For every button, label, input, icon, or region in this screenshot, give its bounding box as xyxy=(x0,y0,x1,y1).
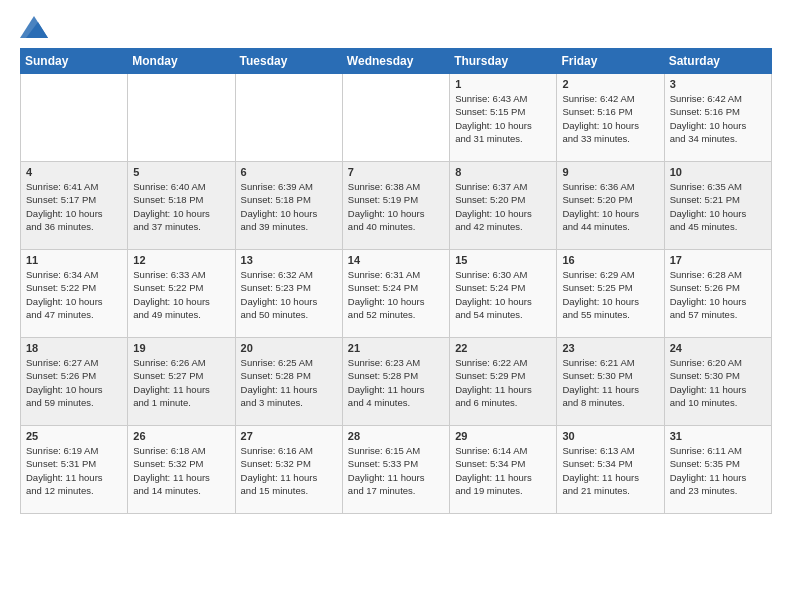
day-info: Sunrise: 6:23 AM Sunset: 5:28 PM Dayligh… xyxy=(348,356,444,409)
calendar-cell: 18Sunrise: 6:27 AM Sunset: 5:26 PM Dayli… xyxy=(21,338,128,426)
day-info: Sunrise: 6:30 AM Sunset: 5:24 PM Dayligh… xyxy=(455,268,551,321)
calendar-week-row: 4Sunrise: 6:41 AM Sunset: 5:17 PM Daylig… xyxy=(21,162,772,250)
day-info: Sunrise: 6:18 AM Sunset: 5:32 PM Dayligh… xyxy=(133,444,229,497)
calendar-cell xyxy=(235,74,342,162)
calendar-cell: 11Sunrise: 6:34 AM Sunset: 5:22 PM Dayli… xyxy=(21,250,128,338)
day-info: Sunrise: 6:14 AM Sunset: 5:34 PM Dayligh… xyxy=(455,444,551,497)
day-number: 25 xyxy=(26,430,122,442)
day-info: Sunrise: 6:27 AM Sunset: 5:26 PM Dayligh… xyxy=(26,356,122,409)
weekday-header: Friday xyxy=(557,49,664,74)
day-number: 19 xyxy=(133,342,229,354)
day-info: Sunrise: 6:43 AM Sunset: 5:15 PM Dayligh… xyxy=(455,92,551,145)
calendar-cell: 21Sunrise: 6:23 AM Sunset: 5:28 PM Dayli… xyxy=(342,338,449,426)
day-info: Sunrise: 6:35 AM Sunset: 5:21 PM Dayligh… xyxy=(670,180,766,233)
day-info: Sunrise: 6:13 AM Sunset: 5:34 PM Dayligh… xyxy=(562,444,658,497)
day-info: Sunrise: 6:11 AM Sunset: 5:35 PM Dayligh… xyxy=(670,444,766,497)
weekday-header: Tuesday xyxy=(235,49,342,74)
calendar-cell xyxy=(21,74,128,162)
weekday-header: Monday xyxy=(128,49,235,74)
calendar-cell: 10Sunrise: 6:35 AM Sunset: 5:21 PM Dayli… xyxy=(664,162,771,250)
calendar-cell: 17Sunrise: 6:28 AM Sunset: 5:26 PM Dayli… xyxy=(664,250,771,338)
day-number: 15 xyxy=(455,254,551,266)
calendar-cell: 1Sunrise: 6:43 AM Sunset: 5:15 PM Daylig… xyxy=(450,74,557,162)
day-number: 24 xyxy=(670,342,766,354)
day-info: Sunrise: 6:42 AM Sunset: 5:16 PM Dayligh… xyxy=(562,92,658,145)
calendar-cell: 9Sunrise: 6:36 AM Sunset: 5:20 PM Daylig… xyxy=(557,162,664,250)
day-info: Sunrise: 6:37 AM Sunset: 5:20 PM Dayligh… xyxy=(455,180,551,233)
calendar-cell xyxy=(128,74,235,162)
weekday-header: Wednesday xyxy=(342,49,449,74)
logo-icon xyxy=(20,16,48,38)
logo xyxy=(20,16,52,38)
calendar-cell: 30Sunrise: 6:13 AM Sunset: 5:34 PM Dayli… xyxy=(557,426,664,514)
day-info: Sunrise: 6:41 AM Sunset: 5:17 PM Dayligh… xyxy=(26,180,122,233)
calendar-cell: 6Sunrise: 6:39 AM Sunset: 5:18 PM Daylig… xyxy=(235,162,342,250)
calendar-cell: 7Sunrise: 6:38 AM Sunset: 5:19 PM Daylig… xyxy=(342,162,449,250)
calendar-week-row: 25Sunrise: 6:19 AM Sunset: 5:31 PM Dayli… xyxy=(21,426,772,514)
day-number: 22 xyxy=(455,342,551,354)
day-info: Sunrise: 6:15 AM Sunset: 5:33 PM Dayligh… xyxy=(348,444,444,497)
calendar-cell: 23Sunrise: 6:21 AM Sunset: 5:30 PM Dayli… xyxy=(557,338,664,426)
day-number: 27 xyxy=(241,430,337,442)
calendar-cell: 15Sunrise: 6:30 AM Sunset: 5:24 PM Dayli… xyxy=(450,250,557,338)
calendar-cell: 12Sunrise: 6:33 AM Sunset: 5:22 PM Dayli… xyxy=(128,250,235,338)
day-number: 11 xyxy=(26,254,122,266)
day-number: 9 xyxy=(562,166,658,178)
calendar-cell: 28Sunrise: 6:15 AM Sunset: 5:33 PM Dayli… xyxy=(342,426,449,514)
day-info: Sunrise: 6:29 AM Sunset: 5:25 PM Dayligh… xyxy=(562,268,658,321)
calendar-cell xyxy=(342,74,449,162)
calendar-cell: 26Sunrise: 6:18 AM Sunset: 5:32 PM Dayli… xyxy=(128,426,235,514)
day-info: Sunrise: 6:39 AM Sunset: 5:18 PM Dayligh… xyxy=(241,180,337,233)
day-info: Sunrise: 6:38 AM Sunset: 5:19 PM Dayligh… xyxy=(348,180,444,233)
calendar-cell: 20Sunrise: 6:25 AM Sunset: 5:28 PM Dayli… xyxy=(235,338,342,426)
day-info: Sunrise: 6:36 AM Sunset: 5:20 PM Dayligh… xyxy=(562,180,658,233)
day-info: Sunrise: 6:19 AM Sunset: 5:31 PM Dayligh… xyxy=(26,444,122,497)
day-number: 13 xyxy=(241,254,337,266)
weekday-header: Thursday xyxy=(450,49,557,74)
calendar-cell: 5Sunrise: 6:40 AM Sunset: 5:18 PM Daylig… xyxy=(128,162,235,250)
day-number: 20 xyxy=(241,342,337,354)
day-info: Sunrise: 6:34 AM Sunset: 5:22 PM Dayligh… xyxy=(26,268,122,321)
day-info: Sunrise: 6:33 AM Sunset: 5:22 PM Dayligh… xyxy=(133,268,229,321)
weekday-header: Sunday xyxy=(21,49,128,74)
day-number: 14 xyxy=(348,254,444,266)
calendar-cell: 31Sunrise: 6:11 AM Sunset: 5:35 PM Dayli… xyxy=(664,426,771,514)
calendar-table: SundayMondayTuesdayWednesdayThursdayFrid… xyxy=(20,48,772,514)
day-info: Sunrise: 6:22 AM Sunset: 5:29 PM Dayligh… xyxy=(455,356,551,409)
day-info: Sunrise: 6:26 AM Sunset: 5:27 PM Dayligh… xyxy=(133,356,229,409)
day-info: Sunrise: 6:20 AM Sunset: 5:30 PM Dayligh… xyxy=(670,356,766,409)
day-number: 4 xyxy=(26,166,122,178)
day-number: 28 xyxy=(348,430,444,442)
day-number: 7 xyxy=(348,166,444,178)
calendar-cell: 3Sunrise: 6:42 AM Sunset: 5:16 PM Daylig… xyxy=(664,74,771,162)
day-number: 30 xyxy=(562,430,658,442)
calendar-cell: 13Sunrise: 6:32 AM Sunset: 5:23 PM Dayli… xyxy=(235,250,342,338)
day-info: Sunrise: 6:32 AM Sunset: 5:23 PM Dayligh… xyxy=(241,268,337,321)
day-number: 2 xyxy=(562,78,658,90)
calendar-cell: 19Sunrise: 6:26 AM Sunset: 5:27 PM Dayli… xyxy=(128,338,235,426)
day-number: 29 xyxy=(455,430,551,442)
calendar-cell: 27Sunrise: 6:16 AM Sunset: 5:32 PM Dayli… xyxy=(235,426,342,514)
day-number: 31 xyxy=(670,430,766,442)
day-number: 8 xyxy=(455,166,551,178)
calendar-cell: 14Sunrise: 6:31 AM Sunset: 5:24 PM Dayli… xyxy=(342,250,449,338)
calendar-week-row: 11Sunrise: 6:34 AM Sunset: 5:22 PM Dayli… xyxy=(21,250,772,338)
day-number: 6 xyxy=(241,166,337,178)
calendar-cell: 8Sunrise: 6:37 AM Sunset: 5:20 PM Daylig… xyxy=(450,162,557,250)
day-number: 10 xyxy=(670,166,766,178)
page-header xyxy=(20,16,772,38)
calendar-cell: 25Sunrise: 6:19 AM Sunset: 5:31 PM Dayli… xyxy=(21,426,128,514)
calendar-week-row: 1Sunrise: 6:43 AM Sunset: 5:15 PM Daylig… xyxy=(21,74,772,162)
day-info: Sunrise: 6:16 AM Sunset: 5:32 PM Dayligh… xyxy=(241,444,337,497)
day-info: Sunrise: 6:40 AM Sunset: 5:18 PM Dayligh… xyxy=(133,180,229,233)
day-number: 12 xyxy=(133,254,229,266)
day-number: 26 xyxy=(133,430,229,442)
day-number: 23 xyxy=(562,342,658,354)
day-info: Sunrise: 6:25 AM Sunset: 5:28 PM Dayligh… xyxy=(241,356,337,409)
day-number: 3 xyxy=(670,78,766,90)
day-number: 17 xyxy=(670,254,766,266)
calendar-cell: 24Sunrise: 6:20 AM Sunset: 5:30 PM Dayli… xyxy=(664,338,771,426)
calendar-cell: 4Sunrise: 6:41 AM Sunset: 5:17 PM Daylig… xyxy=(21,162,128,250)
weekday-header: Saturday xyxy=(664,49,771,74)
calendar-cell: 22Sunrise: 6:22 AM Sunset: 5:29 PM Dayli… xyxy=(450,338,557,426)
